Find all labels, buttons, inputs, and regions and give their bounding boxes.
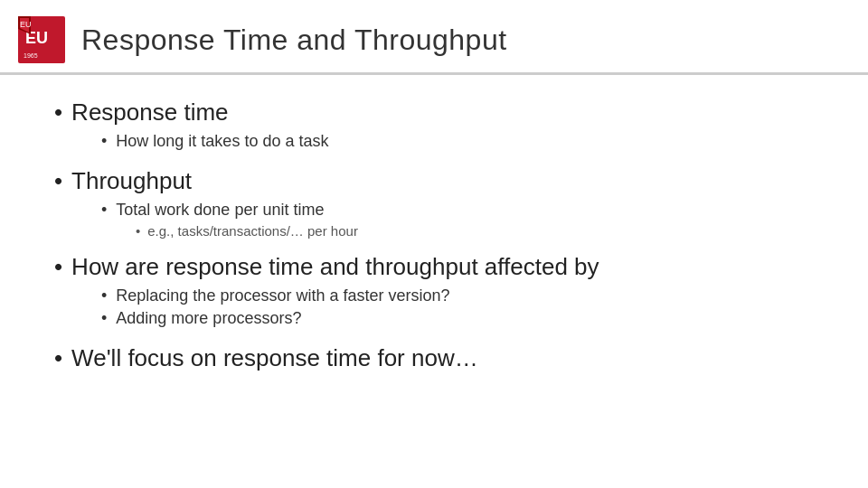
bullet-text: Adding more processors? (116, 309, 301, 328)
list-item: • Response time (54, 99, 814, 127)
bullet-dot: • (101, 309, 107, 328)
bullet-text: How are response time and throughput aff… (71, 253, 599, 281)
svg-text:EU: EU (20, 20, 32, 29)
list-item: • Total work done per unit time (101, 201, 814, 220)
bullet-dot: • (54, 344, 62, 372)
list-item: • Throughput (54, 167, 814, 195)
spacer (54, 332, 814, 344)
bullet-dot: • (54, 99, 62, 127)
list-item: • Adding more processors? (101, 309, 814, 328)
bullet-text: Response time (71, 99, 228, 127)
bullet-text: Total work done per unit time (116, 201, 324, 220)
slide-content: • Response time • How long it takes to d… (0, 84, 868, 387)
bullet-dot: • (101, 201, 107, 220)
bullet-text: Replacing the processor with a faster ve… (116, 286, 449, 305)
bullet-text: Throughput (71, 167, 192, 195)
page-title: Response Time and Throughput (81, 23, 507, 57)
list-item: • We'll focus on response time for now… (54, 344, 814, 372)
bullet-text: How long it takes to do a task (116, 132, 328, 151)
slide-header: EU EU 1965 Response Time and Throughput (0, 0, 868, 75)
list-item: • How are response time and throughput a… (54, 253, 814, 281)
eu-logo: EU EU 1965 (18, 16, 65, 63)
list-item: • How long it takes to do a task (101, 132, 814, 151)
bullet-dot: • (101, 132, 107, 151)
bullet-dot: • (101, 286, 107, 305)
spacer (54, 155, 814, 167)
bullet-dot: • (54, 167, 62, 195)
bullet-dot: • (54, 253, 62, 281)
svg-text:1965: 1965 (24, 52, 38, 59)
bullet-dot: • (136, 223, 140, 239)
bullet-text: e.g., tasks/transactions/… per hour (147, 223, 358, 239)
list-item: • e.g., tasks/transactions/… per hour (136, 223, 814, 239)
slide: EU EU 1965 Response Time and Throughput … (0, 0, 868, 488)
spacer (54, 240, 814, 253)
list-item: • Replacing the processor with a faster … (101, 286, 814, 305)
bullet-text: We'll focus on response time for now… (71, 344, 478, 372)
